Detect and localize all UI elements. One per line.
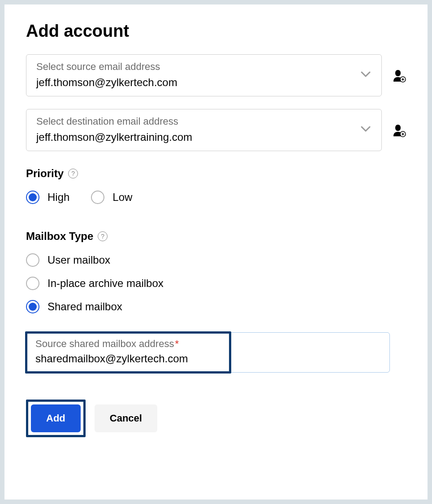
mailbox-type-radio-group: User mailbox In-place archive mailbox Sh… xyxy=(26,253,406,323)
help-icon[interactable]: ? xyxy=(98,231,108,241)
add-user-icon[interactable] xyxy=(392,68,406,83)
priority-section-label: Priority ? xyxy=(26,167,406,180)
page-title: Add account xyxy=(26,22,406,41)
add-user-icon[interactable] xyxy=(392,123,406,137)
priority-radio-group: High Low xyxy=(26,191,406,214)
mailbox-type-label-text: Mailbox Type xyxy=(26,230,93,243)
radio-indicator xyxy=(26,300,39,313)
shared-mailbox-label-text: Source shared mailbox address xyxy=(35,338,174,349)
source-email-dropdown[interactable]: Select source email address jeff.thomson… xyxy=(26,54,382,96)
add-button[interactable]: Add xyxy=(31,404,81,432)
destination-email-label: Select destination email address xyxy=(36,116,372,127)
priority-low-label: Low xyxy=(112,191,132,204)
priority-label-text: Priority xyxy=(26,167,64,180)
destination-email-value: jeff.thomson@zylkertraining.com xyxy=(36,131,372,143)
destination-email-dropdown[interactable]: Select destination email address jeff.th… xyxy=(26,109,382,151)
mailbox-archive-radio[interactable]: In-place archive mailbox xyxy=(26,277,406,290)
button-row: Add Cancel xyxy=(26,400,406,437)
source-row: Select source email address jeff.thomson… xyxy=(26,54,406,96)
shared-mailbox-input[interactable]: Source shared mailbox address* sharedmai… xyxy=(25,331,231,374)
destination-row: Select destination email address jeff.th… xyxy=(26,109,406,151)
radio-indicator xyxy=(91,191,104,204)
shared-mailbox-label: Source shared mailbox address* xyxy=(35,338,221,350)
help-icon[interactable]: ? xyxy=(68,169,78,178)
shared-mailbox-input-wrapper: Source shared mailbox address* sharedmai… xyxy=(26,332,390,373)
priority-low-radio[interactable]: Low xyxy=(91,191,132,204)
source-email-value: jeff.thomson@zylkertech.com xyxy=(36,76,372,89)
chevron-down-icon xyxy=(361,126,371,134)
add-account-panel: Add account Select source email address … xyxy=(4,4,428,500)
mailbox-shared-radio[interactable]: Shared mailbox xyxy=(26,300,406,313)
chevron-down-icon xyxy=(361,71,371,79)
mailbox-user-label: User mailbox xyxy=(48,254,110,266)
mailbox-user-radio[interactable]: User mailbox xyxy=(26,253,406,267)
priority-high-radio[interactable]: High xyxy=(26,191,69,204)
radio-indicator xyxy=(26,277,39,290)
radio-indicator xyxy=(26,253,39,267)
required-indicator: * xyxy=(175,338,179,349)
radio-indicator xyxy=(26,191,39,204)
cancel-button[interactable]: Cancel xyxy=(95,404,157,432)
mailbox-type-section-label: Mailbox Type ? xyxy=(26,230,406,243)
priority-high-label: High xyxy=(48,191,69,204)
shared-mailbox-value: sharedmailbox@zylkertech.com xyxy=(35,352,221,365)
mailbox-archive-label: In-place archive mailbox xyxy=(48,277,164,290)
source-email-label: Select source email address xyxy=(36,61,372,73)
add-button-highlight: Add xyxy=(26,400,86,437)
mailbox-shared-label: Shared mailbox xyxy=(48,300,122,313)
